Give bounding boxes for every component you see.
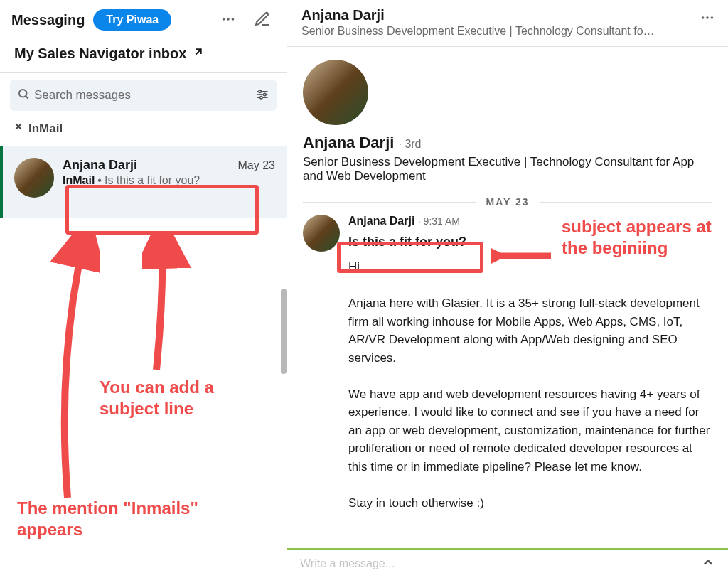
thread-pane: Anjana Darji Senior Business Development… — [287, 0, 728, 578]
svg-point-2 — [232, 18, 235, 21]
profile-avatar[interactable] — [303, 60, 368, 125]
compose-icon — [254, 11, 271, 30]
message-time: 9:31 AM — [424, 215, 460, 227]
composer[interactable]: Write a message... — [287, 548, 728, 578]
close-icon — [13, 121, 24, 136]
svg-point-1 — [227, 18, 230, 21]
filter-chip-row: InMail — [0, 118, 287, 146]
message-text: Hi, Anjana here with Glasier. It is a 35… — [348, 258, 712, 512]
message: Anjana Darji · 9:31 AM Is this a fit for… — [303, 215, 712, 512]
conversation-preview: Is this a fit for you? — [105, 174, 200, 186]
conversation-list[interactable]: Anjana Darji May 23 InMail•Is this a fit… — [0, 146, 287, 578]
search-row — [10, 80, 277, 111]
sidebar-header: Messaging Try Piwaa — [0, 0, 287, 40]
subheader-label: My Sales Navigator inbox — [14, 46, 186, 62]
try-piwaa-button[interactable]: Try Piwaa — [93, 9, 171, 31]
chip-label: InMail — [28, 122, 63, 136]
conversation-item[interactable]: Anjana Darji May 23 InMail•Is this a fit… — [0, 146, 287, 218]
dots-icon — [220, 11, 236, 29]
message-sender[interactable]: Anjana Darji — [348, 215, 414, 227]
thread-contact-name: Anjana Darji — [301, 7, 714, 23]
dots-icon — [700, 17, 715, 28]
sidebar: Messaging Try Piwaa My Sales Navigator i… — [0, 0, 287, 578]
message-avatar[interactable] — [303, 215, 340, 252]
compose-button[interactable] — [250, 7, 275, 33]
svg-point-8 — [264, 93, 266, 95]
more-options-button[interactable] — [215, 7, 241, 33]
conversation-name: Anjana Darji — [63, 158, 137, 173]
search-input[interactable] — [30, 84, 255, 107]
inmail-badge: InMail — [63, 174, 95, 186]
chevron-up-icon[interactable] — [701, 555, 715, 572]
profile-subtitle: Senior Business Development Executive | … — [303, 155, 712, 183]
date-divider-label: MAY 23 — [486, 196, 529, 208]
thread-body[interactable]: Anjana Darji · 3rd Senior Business Devel… — [287, 47, 728, 548]
thread-contact-subtitle: Senior Business Development Executive | … — [301, 25, 685, 38]
message-subject: Is this a fit for you? — [348, 235, 466, 250]
svg-point-12 — [711, 16, 714, 19]
svg-point-3 — [19, 90, 27, 97]
external-link-icon — [192, 46, 205, 62]
search-icon — [17, 87, 30, 103]
sidebar-title: Messaging — [11, 12, 85, 28]
svg-point-7 — [259, 90, 261, 92]
conversation-date: May 23 — [238, 159, 275, 172]
sales-navigator-link[interactable]: My Sales Navigator inbox — [0, 40, 287, 73]
thread-more-button[interactable] — [700, 10, 715, 28]
svg-point-9 — [260, 96, 262, 98]
avatar — [14, 158, 54, 198]
date-divider: MAY 23 — [303, 196, 712, 208]
composer-placeholder: Write a message... — [300, 557, 395, 570]
profile-degree: 3rd — [405, 138, 421, 150]
thread-header: Anjana Darji Senior Business Development… — [287, 0, 728, 47]
svg-point-10 — [702, 16, 705, 19]
svg-point-11 — [706, 16, 709, 19]
inmail-filter-chip[interactable]: InMail — [13, 121, 63, 136]
profile-name[interactable]: Anjana Darji — [303, 134, 394, 151]
filter-button[interactable] — [255, 87, 269, 104]
scrollbar[interactable] — [281, 289, 287, 374]
svg-point-0 — [223, 18, 225, 21]
sliders-icon — [255, 93, 269, 104]
